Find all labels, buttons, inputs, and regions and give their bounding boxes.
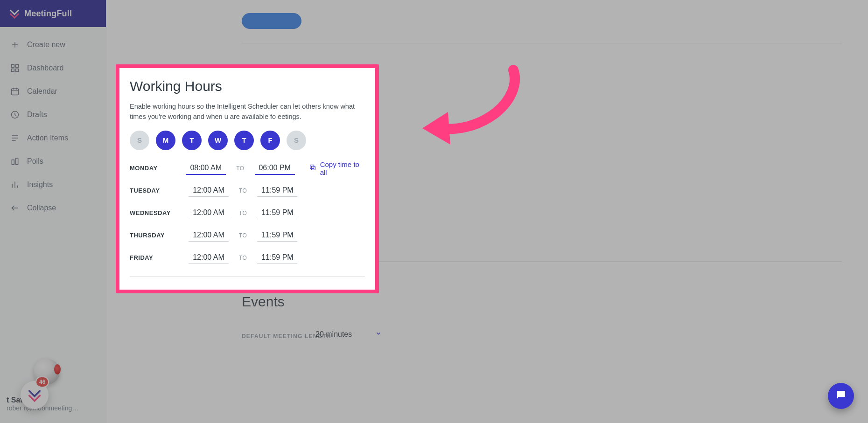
brand-name: MeetingFull [24,9,72,19]
time-to-label: TO [239,232,247,239]
time-row-day-label: MONDAY [130,165,175,172]
time-to-input[interactable] [257,184,297,197]
time-to-label: TO [239,255,247,261]
sidebar-item-label: Calendar [27,87,57,96]
sidebar-item-dashboard[interactable]: Dashboard [4,58,102,78]
day-toggle-5[interactable]: F [260,131,280,150]
plus-icon [10,40,20,49]
sidebar-item-label: Dashboard [27,64,63,72]
time-from-input[interactable] [189,229,229,242]
working-hours-card-frame: Working Hours Enable working hours so th… [116,64,379,293]
time-to-label: TO [236,165,244,172]
day-toggle-0[interactable]: S [130,131,149,150]
default-meeting-length-value: 20 minutes [315,330,352,339]
card-description: Enable working hours so the Intelligent … [130,102,365,122]
time-row-day-label: THURSDAY [130,232,178,239]
copy-time-to-all-link[interactable]: Copy time to all [309,160,365,176]
day-selector-row: SMTWTFS [130,131,365,150]
time-row-tuesday: TUESDAYTO [130,183,365,199]
time-row-thursday: THURSDAYTO [130,228,365,243]
time-row-day-label: TUESDAY [130,187,178,194]
sidebar-item-label: Create new [27,41,65,49]
brand-header[interactable]: MeetingFull [0,0,106,27]
collapse-icon [10,203,20,213]
svg-rect-0 [12,65,14,68]
sidebar-item-label: Drafts [27,111,47,119]
time-from-input[interactable] [189,207,229,219]
time-from-input[interactable] [186,162,226,175]
profile-block[interactable]: 46 t Satcher rober r@moonmeeting… [0,391,106,423]
time-row-day-label: FRIDAY [130,254,178,261]
time-row-friday: FRIDAYTO [130,250,365,266]
day-toggle-1[interactable]: M [156,131,175,150]
svg-rect-7 [311,166,315,170]
divider [130,276,365,277]
chevron-down-icon [375,330,382,339]
svg-rect-2 [12,69,14,72]
sidebar-item-insights[interactable]: Insights [4,174,102,195]
day-toggle-2[interactable]: T [182,131,202,150]
events-heading: Events [242,294,285,310]
polls-icon [10,157,20,166]
time-to-label: TO [239,210,247,216]
sidebar-item-collapse[interactable]: Collapse [4,198,102,218]
svg-rect-3 [16,69,19,72]
time-to-label: TO [239,187,247,194]
sidebar-item-label: Action Items [27,134,68,142]
default-meeting-length-select[interactable]: 20 minutes [315,330,382,339]
copy-icon [309,164,316,173]
svg-rect-1 [16,65,19,68]
sidebar-item-label: Collapse [27,204,56,212]
notification-badge: 46 [36,377,48,387]
day-toggle-3[interactable]: W [208,131,228,150]
time-to-input[interactable] [255,162,295,175]
insights-icon [10,180,20,189]
sidebar-item-drafts[interactable]: Drafts [4,104,102,125]
list-icon [10,133,20,143]
calendar-icon [10,87,20,96]
profile-email: rober r@moonmeeting… [7,404,99,412]
sidebar: MeetingFull Create new Dashboard Calenda… [0,0,106,423]
card-title: Working Hours [130,78,365,94]
sidebar-item-label: Insights [27,180,53,189]
sidebar-item-polls[interactable]: Polls [4,151,102,172]
time-to-input[interactable] [257,251,297,264]
svg-rect-8 [310,165,314,169]
sidebar-item-label: Polls [27,157,43,166]
sidebar-item-calendar[interactable]: Calendar [4,81,102,102]
working-hours-times: MONDAYTOCopy time to allTUESDAYTOWEDNESD… [130,160,365,266]
divider [242,43,842,43]
clock-icon [10,110,20,119]
time-to-input[interactable] [257,229,297,242]
dashboard-icon [10,63,20,73]
primary-action-pill[interactable] [242,13,301,29]
day-toggle-4[interactable]: T [234,131,254,150]
time-from-input[interactable] [189,184,229,197]
time-to-input[interactable] [257,207,297,219]
time-row-day-label: WEDNESDAY [130,209,178,216]
brand-logo-icon [9,8,20,19]
copy-link-text: Copy time to all [320,160,365,176]
working-hours-card: Working Hours Enable working hours so th… [119,68,375,290]
chat-icon [835,389,847,403]
sidebar-item-action-items[interactable]: Action Items [4,128,102,148]
time-row-monday: MONDAYTOCopy time to all [130,160,365,176]
chat-launcher-button[interactable] [828,383,854,409]
time-from-input[interactable] [189,251,229,264]
sidebar-item-create-new[interactable]: Create new [4,35,102,55]
day-toggle-6[interactable]: S [287,131,306,150]
sidebar-nav: Create new Dashboard Calendar Drafts Act… [0,27,106,218]
svg-rect-4 [12,89,19,95]
time-row-wednesday: WEDNESDAYTO [130,205,365,221]
